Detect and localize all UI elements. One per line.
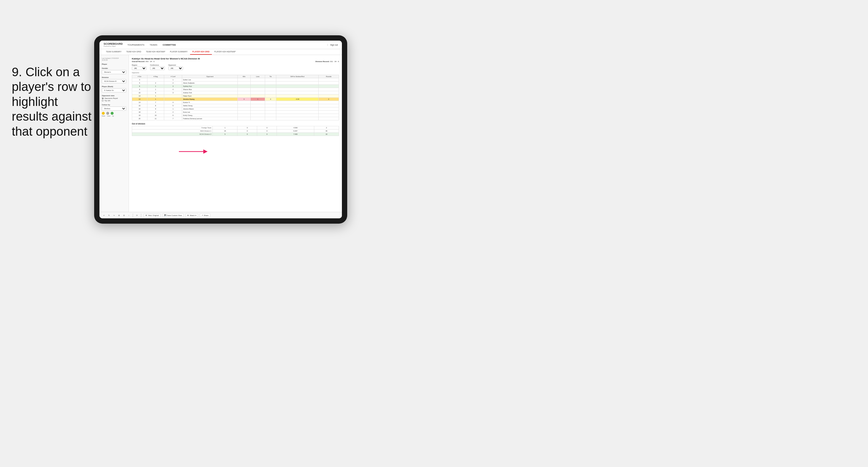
overall-record: Overall Record: 353 - 34 - 6	[132, 61, 154, 62]
opponent-view-section: Opponent view Opponents Played Top 100	[102, 95, 126, 101]
opponent-view-label: Opponent view	[102, 95, 126, 96]
sidebar-player-rank-section: Player (Rank) 8. Katelyn Vo	[102, 86, 126, 92]
col-header-diff: Diff Av Strokes/Rnd	[276, 75, 319, 78]
watch-icon: 👁	[187, 215, 189, 216]
colour-level	[106, 112, 109, 115]
sidebar-gender-label: Gender	[102, 67, 126, 69]
region-filter-label: Region	[132, 64, 147, 66]
record-row: Overall Record: 353 - 34 - 6 Division Re…	[132, 61, 339, 62]
col-header-win: Win	[238, 75, 251, 78]
logo: SCOREBOARD Powered by clippd	[103, 42, 123, 47]
col-header-tie: Tie	[265, 75, 276, 78]
toolbar-separator-2	[141, 214, 141, 217]
player-rank-select[interactable]: 8. Katelyn Vo	[102, 88, 126, 92]
radio-top100[interactable]: Top 100	[102, 100, 126, 101]
toolbar-add[interactable]: ⊞	[117, 214, 121, 217]
toolbar-watch[interactable]: 👁 Watch ▾	[185, 213, 198, 217]
toolbar-refresh[interactable]: ⟳	[135, 214, 138, 217]
table-row[interactable]: 131Jessica Huang010-3.002	[132, 98, 339, 101]
main-content: Last Updated: 27/03/2024 16:55:38 Player…	[99, 55, 342, 212]
table-row[interactable]: 1691Jessica Mason	[132, 107, 339, 111]
col-header-conf: # Conf	[164, 75, 182, 78]
sign-out-link[interactable]: Sign out	[328, 44, 338, 46]
opponent-filter-select[interactable]: (All)	[168, 66, 183, 70]
colour-labels: Down Level Up	[102, 115, 126, 117]
opponents-label: Opponents:	[132, 72, 339, 73]
toolbar-separator-1	[133, 214, 133, 217]
colour-section: Colour by Win/loss Down Level Up	[102, 104, 126, 117]
opponent-filter-label: Opponent	[168, 64, 183, 66]
table-row[interactable]: 1822Euna Lee	[132, 111, 339, 114]
tablet-device: SCOREBOARD Powered by clippd TOURNAMENTS…	[94, 35, 347, 224]
tab-player-h2h-heatmap[interactable]: PLAYER H2H HEATMAP	[212, 49, 238, 55]
grid-title: Katelyn Vo Head-to-Head Grid for Women's…	[132, 57, 339, 60]
division-record: Division Record: 331 - 34 - 6	[315, 61, 339, 62]
sidebar-timestamp: Last Updated: 27/03/2024 16:55:38	[102, 57, 126, 61]
tab-team-h2h-grid[interactable]: TEAM H2H GRID	[124, 49, 144, 55]
col-header-reg: # Reg	[147, 75, 164, 78]
out-table-row: Foreign Team1004.5002	[132, 126, 339, 129]
out-division-title: Out of division	[132, 123, 339, 125]
radio-dot-1	[102, 97, 103, 99]
radio-dot-2	[102, 100, 103, 101]
toolbar-save-custom[interactable]: 💾 Save Custom View	[162, 213, 184, 217]
nav-links: TOURNAMENTS TEAMS COMMITTEE	[127, 43, 328, 47]
conference-filter: Conference (All)	[150, 64, 165, 70]
tab-player-h2h-grid[interactable]: PLAYER H2H GRID	[190, 49, 212, 55]
col-header-div: # Div	[132, 75, 147, 78]
toolbar-view-original[interactable]: 👁 View: Original	[144, 214, 161, 217]
sidebar: Last Updated: 27/03/2024 16:55:38 Player…	[99, 55, 129, 212]
save-icon: 💾	[164, 214, 166, 216]
sidebar-player-rank-label: Player (Rank)	[102, 86, 126, 87]
tab-team-h2h-heatmap[interactable]: TEAM H2H HEATMAP	[144, 49, 168, 55]
col-header-rounds: Rounds	[319, 75, 339, 78]
out-table-row: NCAA Division 25007.40010	[132, 133, 339, 136]
tab-player-summary[interactable]: PLAYER SUMMARY	[168, 49, 190, 55]
sub-nav: TEAM SUMMARY TEAM H2H GRID TEAM H2H HEAT…	[99, 49, 342, 55]
table-row[interactable]: 613Sydney Kuo	[132, 85, 339, 88]
region-filter-select[interactable]: (All)	[132, 66, 147, 70]
sidebar-division-section: Division NCAA Division III	[102, 76, 126, 83]
nav-teams[interactable]: TEAMS	[150, 43, 157, 47]
toolbar-circle[interactable]: ○	[127, 214, 130, 217]
tablet-screen: SCOREBOARD Powered by clippd TOURNAMENTS…	[99, 41, 342, 218]
nav-committee[interactable]: COMMITTEE	[163, 43, 176, 47]
table-row[interactable]: 19106Emily Chang	[132, 114, 339, 117]
bottom-toolbar: ↩ ↻ ↪ ⊞ ⊟ ○ ⟳ 👁 View: Original 💾 Save Cu…	[99, 212, 342, 218]
toolbar-forward[interactable]: ↪	[113, 214, 116, 217]
opponent-filter: Opponent (All)	[168, 64, 183, 70]
table-row[interactable]: 1063Andrea York	[132, 91, 339, 94]
conference-filter-select[interactable]: (All)	[150, 66, 165, 70]
table-row[interactable]: 522Alexis Sudjianto	[132, 82, 339, 85]
conference-filter-label: Conference	[150, 64, 165, 66]
table-row[interactable]: 1474Eunice Yi	[132, 101, 339, 104]
top-nav: SCOREBOARD Powered by clippd TOURNAMENTS…	[99, 41, 342, 49]
table-row[interactable]: 131Haejo Hyun	[132, 94, 339, 98]
instruction-text: 9. Click on a player's row to highlight …	[12, 65, 94, 139]
division-select[interactable]: NCAA Division III	[102, 79, 126, 83]
colour-up	[111, 112, 114, 115]
sidebar-player-label: Player	[102, 63, 126, 65]
colour-down	[102, 112, 105, 115]
toolbar-remove[interactable]: ⊟	[122, 214, 126, 217]
eye-icon: 👁	[145, 215, 147, 216]
sidebar-player-section: Player	[102, 63, 126, 65]
out-table-row: NAIA Division 115009.26730	[132, 129, 339, 133]
gender-select[interactable]: Women's	[102, 70, 126, 74]
main-panel: Katelyn Vo Head-to-Head Grid for Women's…	[129, 55, 342, 212]
toolbar-redo[interactable]: ↻	[107, 214, 111, 217]
table-row[interactable]: 914Sharon Mun	[132, 88, 339, 91]
table-row[interactable]: 31Esther Lee	[132, 78, 339, 82]
colour-select[interactable]: Win/loss	[102, 106, 126, 111]
table-row[interactable]: 1585Stella Cheng	[132, 104, 339, 107]
radio-opponents-played[interactable]: Opponents Played	[102, 97, 126, 99]
data-table: # Div # Reg # Conf Opponent Win Loss Tie…	[132, 75, 339, 120]
toolbar-undo[interactable]: ↩	[102, 214, 105, 217]
sidebar-gender-section: Gender Women's	[102, 67, 126, 74]
nav-tournaments[interactable]: TOURNAMENTS	[127, 43, 145, 47]
sidebar-division-label: Division	[102, 76, 126, 78]
toolbar-share[interactable]: ↗ Share	[200, 213, 210, 217]
tab-team-summary[interactable]: TEAM SUMMARY	[103, 49, 124, 55]
table-row[interactable]: 20117Federica Domecq Lacroze	[132, 117, 339, 120]
share-icon: ↗	[202, 214, 203, 216]
